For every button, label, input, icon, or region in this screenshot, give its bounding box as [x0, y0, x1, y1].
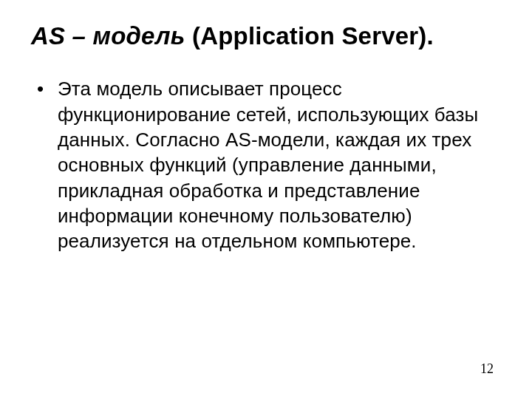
title-emphasis: AS – модель — [31, 22, 185, 50]
title-rest: (Application Server). — [185, 22, 434, 50]
slide-title: AS – модель (Application Server). — [31, 21, 501, 51]
body-text: Эта модель описывает процесс функциониро… — [58, 76, 501, 253]
body-list: Эта модель описывает процесс функциониро… — [31, 76, 501, 253]
page-number: 12 — [480, 361, 494, 377]
